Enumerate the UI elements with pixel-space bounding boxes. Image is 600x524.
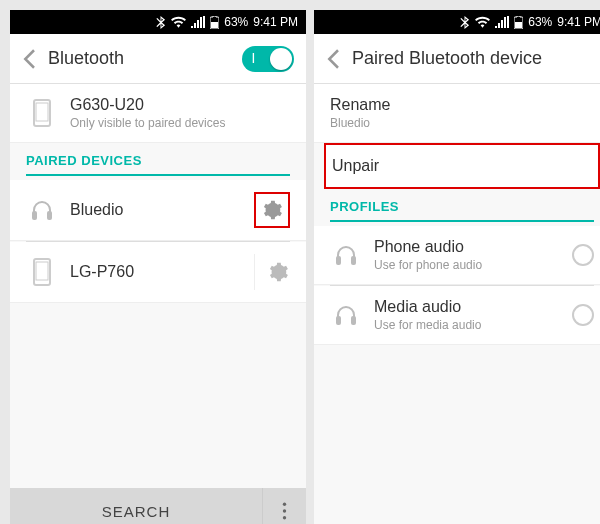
own-device-row: G630-U20 Only visible to paired devices bbox=[10, 84, 306, 143]
device-settings-button[interactable] bbox=[254, 254, 290, 290]
wifi-icon bbox=[171, 16, 186, 28]
profile-desc: Use for phone audio bbox=[374, 258, 572, 272]
clock: 9:41 PM bbox=[557, 15, 600, 29]
bluetooth-icon bbox=[459, 16, 470, 29]
unpair-row[interactable]: Unpair bbox=[326, 145, 598, 187]
wifi-icon bbox=[475, 16, 490, 28]
rename-row[interactable]: Rename Bluedio bbox=[314, 84, 600, 143]
headphones-icon bbox=[330, 243, 362, 267]
rename-label: Rename bbox=[330, 96, 594, 114]
paired-device-row[interactable]: Bluedio bbox=[10, 180, 306, 241]
status-bar: 63% 9:41 PM bbox=[314, 10, 600, 34]
svg-rect-11 bbox=[336, 256, 341, 265]
bluetooth-toggle[interactable]: | bbox=[242, 46, 294, 72]
svg-point-9 bbox=[283, 516, 286, 519]
profile-row[interactable]: Phone audio Use for phone audio bbox=[314, 226, 600, 285]
clock: 9:41 PM bbox=[253, 15, 298, 29]
device-name: Bluedio bbox=[70, 201, 254, 219]
page-title: Paired Bluetooth device bbox=[352, 48, 598, 69]
headphones-icon bbox=[330, 303, 362, 327]
paired-devices-header: PAIRED DEVICES bbox=[10, 143, 306, 174]
device-name: LG-P760 bbox=[70, 263, 254, 281]
profiles-header: PROFILES bbox=[314, 189, 600, 220]
svg-rect-10 bbox=[515, 22, 522, 28]
svg-rect-2 bbox=[36, 103, 48, 121]
rename-value: Bluedio bbox=[330, 116, 594, 130]
profile-row[interactable]: Media audio Use for media audio bbox=[314, 286, 600, 345]
battery-icon bbox=[210, 16, 219, 29]
svg-rect-4 bbox=[47, 211, 52, 220]
unpair-label: Unpair bbox=[332, 157, 592, 175]
paired-device-row[interactable]: LG-P760 bbox=[10, 242, 306, 303]
profile-radio[interactable] bbox=[572, 304, 594, 326]
phone-icon bbox=[26, 99, 58, 127]
back-button[interactable] bbox=[326, 49, 340, 69]
signal-icon bbox=[495, 16, 509, 28]
paired-device-screen: 63% 9:41 PM Paired Bluetooth device Rena… bbox=[314, 10, 600, 524]
headphones-icon bbox=[26, 198, 58, 222]
own-device-note: Only visible to paired devices bbox=[70, 116, 290, 130]
status-bar: 63% 9:41 PM bbox=[10, 10, 306, 34]
svg-point-7 bbox=[283, 503, 286, 506]
bottom-bar: SEARCH bbox=[10, 488, 306, 524]
profile-name: Media audio bbox=[374, 298, 572, 316]
device-settings-button[interactable] bbox=[254, 192, 290, 228]
overflow-button[interactable] bbox=[262, 488, 306, 524]
svg-rect-14 bbox=[351, 316, 356, 325]
bluetooth-icon bbox=[155, 16, 166, 29]
app-bar: Bluetooth | bbox=[10, 34, 306, 84]
profile-radio[interactable] bbox=[572, 244, 594, 266]
back-button[interactable] bbox=[22, 49, 36, 69]
svg-rect-12 bbox=[351, 256, 356, 265]
battery-percent: 63% bbox=[528, 15, 552, 29]
signal-icon bbox=[191, 16, 205, 28]
profile-name: Phone audio bbox=[374, 238, 572, 256]
battery-icon bbox=[514, 16, 523, 29]
own-device-name: G630-U20 bbox=[70, 96, 290, 114]
bluetooth-list-screen: 63% 9:41 PM Bluetooth | G630-U20 Only vi… bbox=[10, 10, 306, 524]
app-bar: Paired Bluetooth device bbox=[314, 34, 600, 84]
phone-icon bbox=[26, 258, 58, 286]
svg-point-8 bbox=[283, 509, 286, 512]
svg-rect-6 bbox=[36, 262, 48, 280]
profile-desc: Use for media audio bbox=[374, 318, 572, 332]
page-title: Bluetooth bbox=[48, 48, 242, 69]
svg-rect-3 bbox=[32, 211, 37, 220]
battery-percent: 63% bbox=[224, 15, 248, 29]
svg-rect-0 bbox=[211, 22, 218, 28]
unpair-highlight: Unpair bbox=[324, 143, 600, 189]
search-button[interactable]: SEARCH bbox=[10, 488, 262, 524]
svg-rect-13 bbox=[336, 316, 341, 325]
